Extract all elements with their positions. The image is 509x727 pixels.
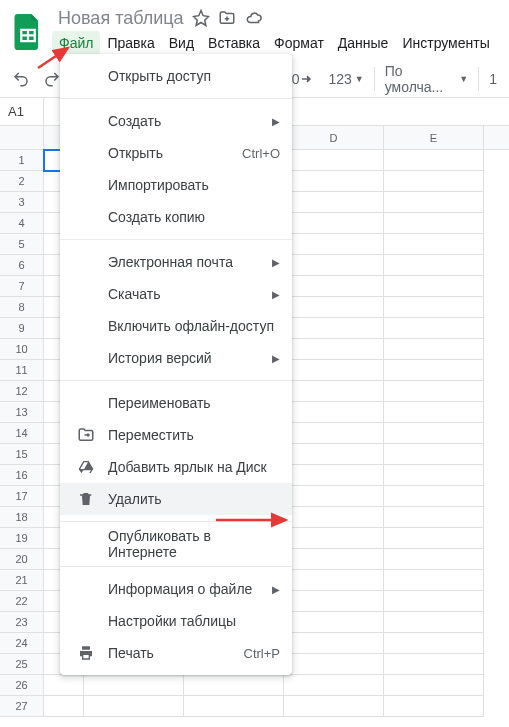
cell[interactable] <box>384 486 484 507</box>
menu-data[interactable]: Данные <box>331 31 396 55</box>
row-header[interactable]: 20 <box>0 549 44 570</box>
row-header[interactable]: 10 <box>0 339 44 360</box>
move-to-folder-icon[interactable] <box>218 9 236 27</box>
menu-share[interactable]: Открыть доступ <box>60 60 292 92</box>
menu-move[interactable]: Переместить <box>60 419 292 451</box>
cell[interactable] <box>384 339 484 360</box>
row-header[interactable]: 12 <box>0 381 44 402</box>
menu-view[interactable]: Вид <box>162 31 201 55</box>
cell[interactable] <box>384 234 484 255</box>
menu-insert[interactable]: Вставка <box>201 31 267 55</box>
row-header[interactable]: 6 <box>0 255 44 276</box>
font-select[interactable]: По умолча... ▼ <box>374 67 480 91</box>
cell[interactable] <box>384 675 484 696</box>
menu-print[interactable]: Печать Ctrl+P <box>60 637 292 669</box>
star-icon[interactable] <box>192 9 210 27</box>
row-header[interactable]: 9 <box>0 318 44 339</box>
cell[interactable] <box>384 213 484 234</box>
row-header[interactable]: 11 <box>0 360 44 381</box>
cell[interactable] <box>284 192 384 213</box>
cell[interactable] <box>384 612 484 633</box>
cell[interactable] <box>284 675 384 696</box>
cell[interactable] <box>284 507 384 528</box>
cell[interactable] <box>284 423 384 444</box>
menu-file[interactable]: Файл <box>52 31 100 55</box>
menu-offline[interactable]: Включить офлайн-доступ <box>60 310 292 342</box>
cell[interactable] <box>284 486 384 507</box>
cell[interactable] <box>44 696 84 717</box>
cell[interactable] <box>284 171 384 192</box>
row-header[interactable]: 1 <box>0 150 44 171</box>
row-header[interactable]: 26 <box>0 675 44 696</box>
row-header[interactable]: 15 <box>0 444 44 465</box>
cell[interactable] <box>384 507 484 528</box>
cell[interactable] <box>384 570 484 591</box>
cell[interactable] <box>384 381 484 402</box>
cell[interactable] <box>384 549 484 570</box>
cell[interactable] <box>384 297 484 318</box>
row-header[interactable]: 2 <box>0 171 44 192</box>
menu-publish[interactable]: Опубликовать в Интернете <box>60 528 292 560</box>
row-header[interactable]: 16 <box>0 465 44 486</box>
cell[interactable] <box>384 633 484 654</box>
menu-edit[interactable]: Правка <box>100 31 161 55</box>
row-header[interactable]: 23 <box>0 612 44 633</box>
cell[interactable] <box>384 192 484 213</box>
menu-new[interactable]: Создать ▶ <box>60 105 292 137</box>
cell[interactable] <box>284 297 384 318</box>
row-header[interactable]: 17 <box>0 486 44 507</box>
cell[interactable] <box>284 276 384 297</box>
menu-settings[interactable]: Настройки таблицы <box>60 605 292 637</box>
sheets-logo[interactable] <box>8 12 48 52</box>
row-header[interactable]: 21 <box>0 570 44 591</box>
cell[interactable] <box>384 591 484 612</box>
name-box[interactable]: A1 <box>0 98 44 125</box>
cell[interactable] <box>284 570 384 591</box>
menu-email[interactable]: Электронная почта ▶ <box>60 246 292 278</box>
row-header[interactable]: 19 <box>0 528 44 549</box>
menu-rename[interactable]: Переименовать <box>60 387 292 419</box>
row-header[interactable]: 8 <box>0 297 44 318</box>
cell[interactable] <box>284 255 384 276</box>
cell[interactable] <box>384 423 484 444</box>
cell[interactable] <box>384 696 484 717</box>
row-header[interactable]: 27 <box>0 696 44 717</box>
cell[interactable] <box>284 234 384 255</box>
cell[interactable] <box>284 444 384 465</box>
row-header[interactable]: 14 <box>0 423 44 444</box>
row-header[interactable]: 4 <box>0 213 44 234</box>
cell[interactable] <box>384 150 484 171</box>
cell[interactable] <box>84 675 184 696</box>
select-all-corner[interactable] <box>0 126 44 149</box>
cell[interactable] <box>284 360 384 381</box>
cell[interactable] <box>284 381 384 402</box>
cell[interactable] <box>184 696 284 717</box>
cell[interactable] <box>284 549 384 570</box>
cell[interactable] <box>384 276 484 297</box>
cell[interactable] <box>284 150 384 171</box>
cell[interactable] <box>284 633 384 654</box>
cell[interactable] <box>384 528 484 549</box>
cell[interactable] <box>384 171 484 192</box>
row-header[interactable]: 13 <box>0 402 44 423</box>
number-format-button[interactable]: 123 ▼ <box>324 71 367 87</box>
col-header-E[interactable]: E <box>384 126 484 149</box>
menu-details[interactable]: Информация о файле ▶ <box>60 573 292 605</box>
cell[interactable] <box>284 318 384 339</box>
cell[interactable] <box>284 591 384 612</box>
menu-download[interactable]: Скачать ▶ <box>60 278 292 310</box>
menu-import[interactable]: Импортировать <box>60 169 292 201</box>
menu-make-copy[interactable]: Создать копию <box>60 201 292 233</box>
row-header[interactable]: 22 <box>0 591 44 612</box>
cell[interactable] <box>384 360 484 381</box>
document-title[interactable]: Новая таблица <box>58 8 184 29</box>
cell[interactable] <box>84 696 184 717</box>
font-size-select[interactable]: 1 <box>485 71 501 87</box>
menu-tools[interactable]: Инструменты <box>395 31 496 55</box>
cell[interactable] <box>284 402 384 423</box>
cell[interactable] <box>384 444 484 465</box>
row-header[interactable]: 3 <box>0 192 44 213</box>
row-header[interactable]: 18 <box>0 507 44 528</box>
row-header[interactable]: 24 <box>0 633 44 654</box>
cell[interactable] <box>384 402 484 423</box>
